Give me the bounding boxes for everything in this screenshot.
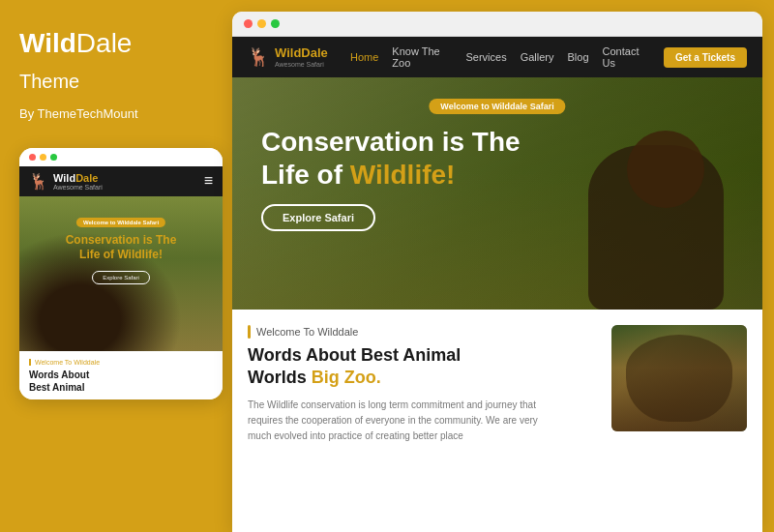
desktop-logo-sub: Awesome Safari — [275, 61, 328, 68]
desktop-logo-icon: 🦌 — [248, 46, 269, 68]
mobile-hamburger-icon[interactable]: ≡ — [204, 172, 213, 190]
nav-link-home[interactable]: Home — [350, 51, 378, 63]
content-main-title: Words About Best Animal Worlds Big Zoo. — [248, 344, 596, 390]
theme-by: By ThemeTechMount — [19, 106, 213, 121]
bottom-left-content: Welcome To Wilddale Words About Best Ani… — [248, 325, 596, 522]
nav-link-services[interactable]: Services — [465, 51, 506, 63]
welcome-text: Welcome To Wilddale — [256, 326, 358, 338]
desktop-logo-text-wrap: WildDale Awesome Safari — [275, 46, 328, 67]
mobile-logo-sub: Awesome Safari — [53, 184, 103, 191]
title-wild: Wild — [19, 28, 76, 58]
get-tickets-button[interactable]: Get a Tickets — [664, 47, 747, 68]
bottom-right-image — [611, 325, 747, 522]
desktop-nav: 🦌 WildDale Awesome Safari Home Know The … — [232, 37, 762, 77]
mobile-dot-red — [29, 154, 36, 161]
desktop-logo: 🦌 WildDale Awesome Safari — [248, 46, 335, 68]
desktop-bottom-section: Welcome To Wilddale Words About Best Ani… — [232, 310, 762, 532]
title-dale: Dale — [76, 28, 133, 58]
browser-dot-green[interactable] — [271, 19, 280, 28]
mobile-dot-yellow — [40, 154, 46, 161]
animal-mane — [627, 131, 704, 208]
nav-link-contact[interactable]: Contact Us — [603, 45, 648, 69]
theme-subtitle: Theme — [19, 71, 213, 93]
mobile-hero-text: Conservation is The Life of Wildlife! Ex… — [29, 233, 213, 284]
browser-dot-yellow[interactable] — [257, 19, 266, 28]
mobile-nav: 🦌 WildDale Awesome Safari ≡ — [19, 166, 223, 196]
nav-link-blog[interactable]: Blog — [568, 51, 589, 63]
hero-badge: Welcome to Wilddale Safari — [429, 99, 565, 114]
welcome-bar-accent — [248, 325, 251, 339]
desktop-nav-links: Home Know The Zoo Services Gallery Blog … — [350, 45, 648, 69]
desktop-hero: Welcome to Wilddale Safari Conservation … — [232, 77, 762, 310]
mobile-browser-bar — [19, 148, 223, 166]
left-panel: WildDale Theme By ThemeTechMount 🦌 WildD… — [0, 0, 232, 532]
hero-content: Conservation is The Life of Wildlife! Ex… — [261, 126, 521, 231]
content-description: The Wildlife conservation is long term c… — [248, 398, 538, 444]
mobile-hero: Welcome to Wilddale Safari Conservation … — [19, 196, 223, 351]
theme-title: WildDale — [19, 29, 213, 59]
mobile-logo: 🦌 WildDale Awesome Safari — [29, 172, 103, 191]
explore-safari-button[interactable]: Explore Safari — [261, 204, 375, 231]
nav-link-gallery[interactable]: Gallery — [521, 51, 554, 63]
mobile-welcome-label: Welcome To Wilddale — [29, 359, 213, 366]
hero-title: Conservation is The Life of Wildlife! — [261, 126, 521, 191]
tiger-stripes — [626, 335, 732, 422]
mobile-hero-badge: Welcome to Wilddale Safari — [76, 218, 165, 227]
mobile-explore-btn[interactable]: Explore Safari — [92, 271, 150, 284]
mobile-bottom-text: Welcome To Wilddale Words About Best Ani… — [19, 351, 223, 399]
tiger-image — [611, 325, 747, 431]
mobile-mockup: 🦌 WildDale Awesome Safari ≡ Welcome to W… — [19, 148, 223, 399]
nav-link-knowzoo[interactable]: Know The Zoo — [392, 45, 452, 69]
mobile-logo-icon: 🦌 — [29, 172, 48, 191]
mobile-hero-title: Conservation is The Life of Wildlife! — [29, 233, 213, 263]
mobile-words-title: Words About Best Animal — [29, 369, 213, 394]
desktop-logo-text: WildDale — [275, 46, 328, 60]
desktop-site: 🦌 WildDale Awesome Safari Home Know The … — [232, 37, 762, 532]
mobile-dot-green — [50, 154, 57, 161]
welcome-label-row: Welcome To Wilddale — [248, 325, 596, 339]
mobile-logo-text: WildDale — [53, 172, 103, 184]
right-panel: 🦌 WildDale Awesome Safari Home Know The … — [232, 12, 762, 532]
browser-dot-red[interactable] — [244, 19, 253, 28]
hero-animal-body — [569, 126, 724, 310]
browser-chrome — [232, 12, 762, 37]
